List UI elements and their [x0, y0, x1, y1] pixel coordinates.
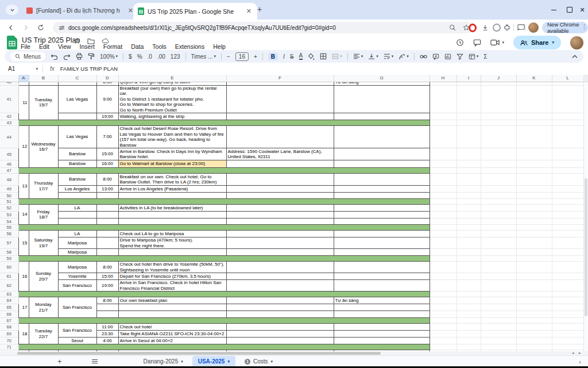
cell-G69[interactable]	[334, 331, 430, 338]
scroll-left-arrow[interactable]: ◂	[572, 351, 574, 355]
cell-J60[interactable]	[481, 262, 516, 273]
cell-H71[interactable]	[430, 344, 457, 350]
cell-F57[interactable]	[226, 237, 334, 249]
row-header-59[interactable]: 59	[0, 256, 18, 262]
cell-E62[interactable]: Arrive in San Francisco. Check in hotel …	[118, 280, 226, 292]
column-header-C[interactable]: C	[58, 75, 96, 82]
browser-profile-avatar[interactable]	[528, 22, 539, 33]
cell-I63[interactable]	[457, 292, 481, 297]
cell-J42[interactable]	[481, 113, 516, 120]
cell-K64[interactable]	[516, 297, 552, 304]
column-header-I[interactable]: I	[457, 75, 481, 82]
cell-L44[interactable]	[552, 126, 583, 148]
insert-chart-button[interactable]	[444, 53, 451, 60]
row-header-60[interactable]: 60	[0, 262, 18, 273]
cell-F53[interactable]	[226, 212, 334, 218]
cell-E46[interactable]: Go to Walmart at Barstow (close at 23:00…	[118, 160, 226, 168]
row-header-46[interactable]: 46	[0, 160, 18, 168]
row-header-48[interactable]: 48	[0, 174, 18, 186]
cell-H70[interactable]	[430, 338, 457, 344]
cell-E56[interactable]: Check out LA to go to Mariposa	[118, 231, 226, 237]
cell-H65[interactable]	[430, 304, 457, 311]
column-header-B[interactable]: B	[29, 75, 58, 82]
create-filter-button[interactable]	[457, 53, 463, 60]
cell-I61[interactable]	[457, 273, 481, 280]
merge-cells-button[interactable]: ▾	[332, 53, 342, 60]
cell-C62[interactable]: San Francisco	[58, 280, 96, 292]
cell-J49[interactable]	[481, 186, 516, 193]
cell-L51[interactable]	[552, 199, 583, 205]
cell-I55[interactable]	[457, 225, 481, 231]
cell-K63[interactable]	[516, 292, 552, 297]
back-button[interactable]	[6, 22, 16, 33]
cell-G53[interactable]	[334, 212, 430, 218]
cell-J43[interactable]	[481, 120, 516, 126]
cell-A52[interactable]: 14	[18, 205, 29, 225]
cell-B60[interactable]: Sunday 20/7	[29, 262, 58, 292]
increase-font-size-button[interactable]: +	[254, 53, 257, 60]
cell-C53[interactable]	[58, 212, 96, 218]
cell-L60[interactable]	[552, 262, 583, 273]
cell-B56[interactable]: Saturday 19/7	[29, 231, 58, 256]
cell-L52[interactable]	[552, 205, 583, 212]
cell-F52[interactable]	[226, 205, 334, 212]
cell-D60[interactable]: 8:00	[96, 262, 118, 273]
cell-J63[interactable]	[481, 292, 516, 297]
cell-H69[interactable]	[430, 331, 457, 338]
insert-comment-button[interactable]	[432, 53, 439, 60]
cell-L49[interactable]	[552, 186, 583, 193]
cell-E45[interactable]: Arrive in Barstow. Check in Days Inn by …	[118, 148, 226, 160]
menu-help[interactable]: Help	[213, 43, 226, 50]
cell-K58[interactable]	[516, 249, 552, 256]
cell-K68[interactable]	[516, 324, 552, 331]
cell-G58[interactable]	[334, 249, 430, 256]
spreadsheet-grid[interactable]: ABCDEFGHIJKL408:00Quyen & Vinh get up ea…	[0, 75, 583, 351]
row-header-69[interactable]: 69	[0, 331, 18, 338]
cell-H52[interactable]	[430, 205, 457, 212]
cell-C60[interactable]: Mariposa	[58, 262, 96, 273]
cell-L71[interactable]	[552, 344, 583, 350]
cell-L43[interactable]	[552, 120, 583, 126]
cell-I41[interactable]	[457, 85, 481, 113]
cell-C41[interactable]: Las Vegas	[58, 85, 96, 113]
cell-E48[interactable]: Breakfast on our own. Check out hotel. G…	[118, 174, 226, 186]
cell-G49[interactable]	[334, 186, 430, 193]
cell-K60[interactable]	[516, 262, 552, 273]
cell-C54[interactable]	[58, 218, 96, 225]
cell-I67[interactable]	[457, 318, 481, 324]
functions-button[interactable]: Σ	[483, 53, 487, 60]
cell-J56[interactable]	[481, 231, 516, 237]
site-settings-icon[interactable]	[59, 25, 65, 31]
cell-L58[interactable]	[552, 249, 583, 256]
cell-L45[interactable]	[552, 148, 583, 160]
cell-H50[interactable]	[430, 193, 457, 199]
undo-button[interactable]	[51, 53, 58, 60]
vertical-scrollbar-thumb[interactable]	[585, 178, 587, 316]
insert-link-button[interactable]	[420, 54, 427, 59]
cell-K71[interactable]	[516, 344, 552, 350]
cell-L59[interactable]	[552, 256, 583, 262]
extensions-puzzle-icon[interactable]	[503, 24, 511, 32]
cell-I71[interactable]	[457, 344, 481, 350]
cell-J47[interactable]	[481, 168, 516, 174]
cell-J53[interactable]	[481, 212, 516, 218]
row-header-51[interactable]: 51	[0, 199, 18, 205]
cell-I56[interactable]	[457, 231, 481, 237]
cell-H41[interactable]	[430, 85, 457, 113]
cell-C50[interactable]	[58, 193, 96, 199]
cell-F48[interactable]	[226, 174, 334, 186]
cell-K62[interactable]	[516, 280, 552, 292]
cell-E42[interactable]: Walking, sightseeing at the strip	[118, 113, 226, 120]
cell-G50[interactable]	[334, 193, 430, 199]
sheet-tab-danang[interactable]: Danang-2025 ▾	[138, 356, 189, 367]
new-tab-button[interactable]: +	[255, 5, 264, 14]
cell-F46[interactable]	[226, 160, 334, 168]
download-icon[interactable]	[481, 24, 489, 32]
cell-G64[interactable]: Tự ăn sáng	[334, 297, 430, 304]
cell-F56[interactable]	[226, 231, 334, 237]
cell-J45[interactable]	[481, 148, 516, 160]
cell-J57[interactable]	[481, 237, 516, 249]
cell-H53[interactable]	[430, 212, 457, 218]
cell-L46[interactable]	[552, 160, 583, 168]
row-header-62[interactable]: 62	[0, 280, 18, 292]
